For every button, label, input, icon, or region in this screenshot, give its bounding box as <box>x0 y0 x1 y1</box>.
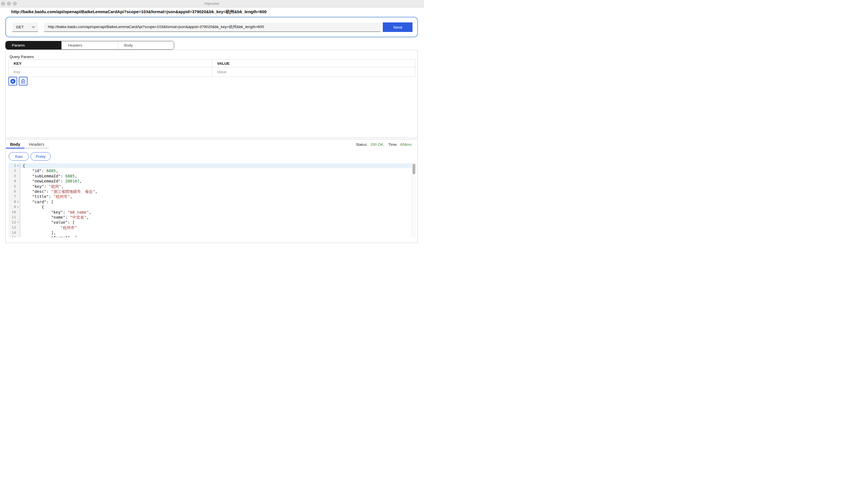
code-line: 12∨ "value": [ <box>8 220 416 225</box>
line-gutter: 5 <box>8 184 20 189</box>
line-gutter: 15 <box>8 235 20 237</box>
param-key-input[interactable] <box>9 67 212 76</box>
key-column-header: KEY <box>9 60 212 67</box>
status-value: 200 OK <box>370 142 383 147</box>
code-text: "key": "杭州", <box>20 184 64 189</box>
line-gutter: 1∨ <box>8 163 20 168</box>
window-title: hiposter <box>0 1 424 6</box>
line-number: 3 <box>8 174 16 179</box>
status-label: Status: <box>356 142 368 147</box>
tab-body[interactable]: Body <box>118 41 174 49</box>
code-text: "subLemmaId": 6885, <box>20 174 77 179</box>
query-params-title: Query Params <box>10 55 34 59</box>
line-number: 11 <box>8 215 16 220</box>
code-text: "newLemmaId": 200167, <box>20 179 82 184</box>
window-titlebar: hiposter <box>0 0 424 7</box>
line-gutter: 3 <box>8 174 20 179</box>
line-gutter: 11 <box>8 215 20 220</box>
send-button[interactable]: Send <box>383 22 412 32</box>
line-number: 1 <box>8 163 16 168</box>
param-value-input[interactable] <box>212 67 415 76</box>
response-body-viewer: 1∨{2 "id": 6885,3 "subLemmaId": 6885,4 "… <box>8 163 416 237</box>
fold-spacer <box>16 215 20 220</box>
fold-collapse-icon[interactable]: ∨ <box>16 199 20 204</box>
code-line: 6 "desc": "浙江省辖地级市、省会", <box>8 189 416 194</box>
code-line: 14 ], <box>8 230 416 235</box>
code-text: "card": [ <box>20 199 54 204</box>
code-text: { <box>20 204 44 210</box>
line-number: 8 <box>8 199 16 204</box>
line-gutter: 9∨ <box>8 204 20 210</box>
fold-spacer <box>16 225 20 230</box>
line-number: 5 <box>8 184 16 189</box>
response-tab-headers[interactable]: Headers <box>24 141 49 148</box>
value-column-header: VALUE <box>212 60 415 67</box>
query-param-row <box>9 67 415 76</box>
trash-icon <box>21 79 25 84</box>
scrollbar-thumb[interactable] <box>412 164 415 174</box>
line-gutter: 7 <box>8 194 20 199</box>
line-number: 15 <box>8 235 16 237</box>
code-text: "id": 6885, <box>20 168 58 173</box>
line-gutter: 12∨ <box>8 220 20 225</box>
line-gutter: 10 <box>8 210 20 215</box>
method-select[interactable]: GET <box>12 22 38 32</box>
code-text: "杭州市" <box>20 225 77 230</box>
query-params-table: KEY VALUE <box>8 59 415 77</box>
tab-params[interactable]: Params <box>6 41 61 49</box>
code-line: 13 "杭州市" <box>8 225 416 230</box>
time-value: 656ms <box>400 142 412 147</box>
url-input[interactable] <box>44 22 381 32</box>
code-line: 7 "title": "杭州市", <box>8 194 416 199</box>
line-gutter: 13 <box>8 225 20 230</box>
code-line: 8∨ "card": [ <box>8 199 416 204</box>
code-line: 5 "key": "杭州", <box>8 184 416 189</box>
fold-collapse-icon[interactable]: ∨ <box>16 220 20 225</box>
delete-param-button[interactable] <box>19 77 28 86</box>
line-number: 9 <box>8 204 16 210</box>
line-number: 4 <box>8 179 16 184</box>
add-icon: + <box>11 79 15 84</box>
chevron-down-icon <box>32 25 35 28</box>
view-mode-buttons: Raw Pretty <box>9 152 51 161</box>
code-line: 11 "name": "中文名", <box>8 215 416 220</box>
code-line: 15 "format": [ <box>8 235 416 237</box>
fold-spacer <box>16 168 20 173</box>
fold-spacer <box>16 174 20 179</box>
code-line: 1∨{ <box>8 163 416 168</box>
line-number: 12 <box>8 220 16 225</box>
code-text: "name": "中文名", <box>20 215 89 220</box>
time-label: Time: <box>388 142 398 147</box>
line-number: 2 <box>8 168 16 173</box>
code-line: 2 "id": 6885, <box>8 168 416 173</box>
code-text: "desc": "浙江省辖地级市、省会", <box>20 189 97 194</box>
line-gutter: 2 <box>8 168 20 173</box>
response-code-lines: 1∨{2 "id": 6885,3 "subLemmaId": 6885,4 "… <box>8 163 416 237</box>
response-tabs: Body Headers <box>6 141 49 148</box>
method-select-value: GET <box>16 25 24 29</box>
code-text: "format": [ <box>20 235 77 237</box>
pretty-view-button[interactable]: Pretty <box>31 152 51 161</box>
query-params-header-row: KEY VALUE <box>9 60 415 67</box>
fold-spacer <box>16 230 20 235</box>
line-gutter: 8∨ <box>8 199 20 204</box>
code-line: 4 "newLemmaId": 200167, <box>8 179 416 184</box>
fold-collapse-icon[interactable]: ∨ <box>16 163 20 168</box>
line-gutter: 4 <box>8 179 20 184</box>
response-tab-body[interactable]: Body <box>6 141 24 148</box>
vertical-scrollbar[interactable] <box>412 163 416 237</box>
add-param-button[interactable]: + <box>8 77 17 86</box>
param-actions: + <box>8 77 28 86</box>
code-text: ], <box>20 230 56 235</box>
params-panel: Query Params KEY VALUE + <box>5 50 418 138</box>
line-number: 7 <box>8 194 16 199</box>
code-line: 3 "subLemmaId": 6885, <box>8 174 416 179</box>
line-number: 13 <box>8 225 16 230</box>
fold-collapse-icon[interactable]: ∨ <box>16 204 20 210</box>
code-text: "key": "m8_name", <box>20 210 91 215</box>
request-bar: GET Send <box>5 17 418 37</box>
raw-view-button[interactable]: Raw <box>9 152 29 161</box>
request-url-heading: http://baike.baidu.com/api/openapi/Baike… <box>11 9 267 15</box>
code-text: { <box>20 163 25 168</box>
tab-headers[interactable]: Headers <box>61 41 118 49</box>
